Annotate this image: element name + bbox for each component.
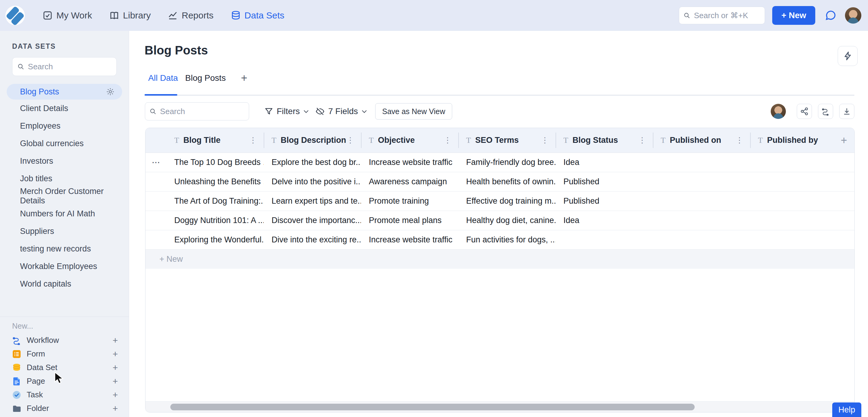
create-task[interactable]: Task + [0,388,129,402]
create-folder[interactable]: Folder + [0,402,129,415]
column-header-blog-description[interactable]: T Blog Description ⋮ [264,128,361,152]
tab-all-data[interactable]: All Data [145,73,182,83]
column-header-objective[interactable]: T Objective ⋮ [361,128,458,152]
global-search-input[interactable] [694,11,761,20]
horizontal-scrollbar[interactable] [146,401,855,412]
cell[interactable]: Doggy Nutrition 101: A ... [166,216,264,225]
nav-my-work[interactable]: My Work [42,10,92,21]
cell[interactable]: Unleashing the Benefits ... [166,177,264,186]
add-form-button[interactable]: + [113,349,118,358]
cell[interactable]: Exploring the Wonderful... [166,235,264,244]
app-logo[interactable] [5,6,25,25]
sidebar-item-investors[interactable]: Investors [0,152,129,170]
cell[interactable]: Dive into the exciting re... [264,235,361,244]
fields-dropdown[interactable]: 7 Fields [315,102,367,120]
save-as-new-view-button[interactable]: Save as New View [375,103,452,119]
column-menu-icon[interactable]: ⋮ [249,136,257,145]
sidebar-item-world-capitals[interactable]: World capitals [0,275,129,292]
create-page[interactable]: Page + [0,374,129,388]
add-task-button[interactable]: + [113,390,118,399]
column-header-seo-terms[interactable]: T SEO Terms ⋮ [458,128,556,152]
cell[interactable]: Idea [556,216,653,225]
table-search[interactable] [145,102,249,120]
cell[interactable]: The Art of Dog Training:... [166,197,264,206]
column-header-published-on[interactable]: T Published on ⋮ [653,128,750,152]
nav-library[interactable]: Library [109,10,151,21]
sidebar-item-employees[interactable]: Employees [0,117,129,135]
sidebar-item-suppliers[interactable]: Suppliers [0,222,129,240]
column-menu-icon[interactable]: ⋮ [638,136,646,145]
table-row[interactable]: Doggy Nutrition 101: A ... Discover the … [146,211,855,230]
nav-reports[interactable]: Reports [167,10,213,21]
cell[interactable]: The Top 10 Dog Breeds ... [166,158,264,167]
collaborator-avatar[interactable] [771,104,786,119]
sidebar-item-testing-new-records[interactable]: testing new records [0,240,129,257]
table-row[interactable]: The Art of Dog Training:... Learn expert… [146,191,855,211]
sidebar-item-merch-order[interactable]: Merch Order Customer Details [0,187,129,205]
cell[interactable]: Promote meal plans [361,216,458,225]
cell[interactable]: Delve into the positive i... [264,177,361,186]
table-search-input[interactable] [160,107,245,116]
cell[interactable]: Increase website traffic [361,158,458,167]
column-header-blog-status[interactable]: T Blog Status ⋮ [556,128,653,152]
sidebar-search[interactable] [12,57,117,76]
sidebar-item-global-currencies[interactable]: Global currencies [0,135,129,152]
cell[interactable]: Family-friendly dog bree... [458,158,556,167]
table-row[interactable]: Unleashing the Benefits ... Delve into t… [146,172,855,191]
table-row[interactable]: Exploring the Wonderful... Dive into the… [146,230,855,249]
add-workflow-button[interactable]: + [113,336,118,345]
add-folder-button[interactable]: + [113,404,118,413]
sidebar-item-job-titles[interactable]: Job titles [0,170,129,187]
help-button[interactable]: Help [832,403,861,417]
share-button[interactable] [797,104,812,119]
column-header-blog-title[interactable]: T Blog Title ⋮ [166,128,264,152]
text-type-icon: T [466,136,471,145]
cell[interactable]: Fun activities for dogs, ... [458,235,556,244]
cell[interactable]: Discover the importanc... [264,216,361,225]
create-data-set[interactable]: Data Set + [0,361,129,374]
cell[interactable]: Awareness campaign [361,177,458,186]
scrollbar-thumb[interactable] [170,404,695,410]
filters-dropdown[interactable]: Filters [265,102,309,120]
gear-icon[interactable] [106,87,115,96]
cell[interactable]: Health benefits of ownin... [458,177,556,186]
create-form[interactable]: Form + [0,347,129,361]
cell[interactable]: Idea [556,158,653,167]
workflow-button[interactable] [818,104,833,119]
new-button[interactable]: + New [772,6,815,25]
cell[interactable]: Promote training [361,197,458,206]
add-row-button[interactable]: + New [146,249,855,269]
automation-button[interactable] [838,46,858,66]
chat-icon[interactable] [824,9,836,22]
tab-blog-posts[interactable]: Blog Posts [182,73,229,83]
user-avatar[interactable] [845,7,861,24]
column-menu-icon[interactable]: ⋮ [346,136,354,145]
add-column-button[interactable]: + [841,128,847,152]
cell[interactable]: Increase website traffic [361,235,458,244]
cell[interactable]: Healthy dog diet, canine... [458,216,556,225]
cell[interactable]: Effective dog training m... [458,197,556,206]
add-view-button[interactable]: + [237,73,251,83]
add-data-set-button[interactable]: + [113,363,118,372]
create-workflow[interactable]: Workflow + [0,334,129,347]
cell[interactable]: Published [556,197,653,206]
cell[interactable]: Published [556,177,653,186]
column-menu-icon[interactable]: ⋮ [736,136,743,145]
column-header-published-by[interactable]: T Published by [750,128,847,152]
global-search[interactable] [679,7,765,24]
sidebar-item-client-details[interactable]: Client Details [0,100,129,117]
row-menu-icon[interactable]: ⋯ [152,158,160,167]
column-menu-icon[interactable]: ⋮ [444,136,452,145]
sidebar-item-blog-posts[interactable]: Blog Posts [7,84,122,100]
cell[interactable]: Learn expert tips and te... [264,197,361,206]
table-row[interactable]: ⋯ The Top 10 Dog Breeds ... Explore the … [146,152,855,172]
add-page-button[interactable]: + [113,377,118,386]
nav-data-sets[interactable]: Data Sets [230,10,285,21]
text-type-icon: T [563,136,568,145]
sidebar-search-input[interactable] [28,62,112,71]
cell[interactable]: Explore the best dog br... [264,158,361,167]
sidebar-item-numbers-ai-math[interactable]: Numbers for AI Math [0,205,129,222]
download-button[interactable] [839,104,855,119]
column-menu-icon[interactable]: ⋮ [541,136,549,145]
sidebar-item-workable-employees[interactable]: Workable Employees [0,257,129,275]
